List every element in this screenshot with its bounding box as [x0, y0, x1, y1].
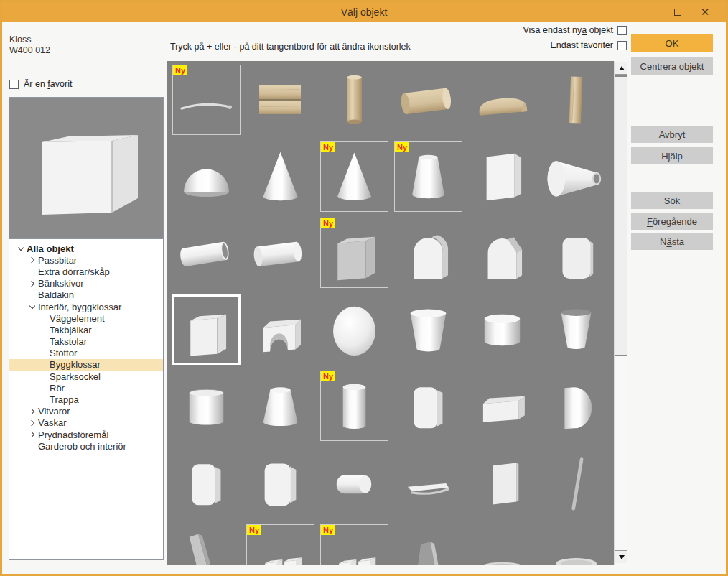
object-thumbnail-rounded-box-tall[interactable] — [394, 371, 462, 441]
object-thumbnail-curved-rod[interactable]: Ny — [172, 65, 241, 135]
frustum-icon — [395, 142, 462, 211]
sok-button[interactable]: Sök — [631, 192, 713, 209]
object-thumbnail-wood-log-vertical[interactable] — [320, 65, 388, 135]
tree-item-trappa[interactable]: Trappa — [9, 394, 163, 405]
tree-item-label: Takstolar — [50, 336, 87, 347]
tree-item-interi-r-byggklossar[interactable]: Interiör, byggklossar — [9, 301, 163, 312]
object-thumbnail-wedge-dark[interactable] — [394, 524, 462, 565]
object-thumbnail-cylinder-horizontal[interactable] — [246, 218, 314, 288]
wood-plank-vertical-icon — [542, 65, 610, 135]
object-thumbnail-rounded-box-tall[interactable] — [172, 447, 241, 518]
object-thumbnail-sphere[interactable] — [320, 294, 388, 365]
object-thumbnail-plank-diagonal[interactable] — [172, 524, 241, 565]
cone-icon — [246, 141, 314, 212]
object-thumbnail-box-pair[interactable]: Ny — [246, 524, 314, 565]
tree-item-st-ttor[interactable]: Stöttor — [9, 348, 163, 359]
chevron-right-icon[interactable] — [27, 282, 38, 286]
object-thumbnail-frustum-wide[interactable] — [246, 371, 314, 441]
tree-item-sparksockel[interactable]: Sparksockel — [9, 371, 163, 382]
close-button[interactable]: ✕ — [694, 2, 716, 22]
tree-item-extra-d-rrar-sk-p[interactable]: Extra dörrar/skåp — [9, 266, 163, 277]
object-thumbnail-panel-thin[interactable] — [468, 447, 536, 518]
is-favorite-option[interactable]: Är en favorit — [9, 79, 72, 89]
object-thumbnail-half-cylinder-block[interactable] — [542, 371, 610, 441]
chevron-right-icon[interactable] — [27, 432, 38, 437]
chevron-right-icon[interactable] — [27, 409, 38, 414]
object-thumbnail-frustum[interactable]: Ny — [394, 141, 462, 212]
tree-item-baldakin[interactable]: Baldakin — [9, 289, 163, 301]
object-thumbnail-rounded-slab[interactable] — [542, 218, 610, 288]
object-thumbnail-capsule-horizontal[interactable] — [320, 447, 388, 518]
object-thumbnail-bridge-arch[interactable] — [246, 294, 314, 365]
tree-item-alla-objekt[interactable]: Alla objekt — [9, 243, 163, 254]
tube-open-icon — [172, 218, 241, 288]
tree-item-r-r[interactable]: Rör — [9, 382, 163, 394]
object-thumbnail-wood-planks[interactable] — [246, 65, 314, 135]
foregaende-button[interactable]: Föregående — [631, 213, 713, 230]
object-thumbnail-box-pair[interactable]: Ny — [320, 524, 388, 565]
object-thumbnail-rounded-box-wide[interactable] — [246, 447, 314, 518]
object-thumbnail-funnel-cone[interactable] — [542, 524, 610, 565]
chevron-right-icon[interactable] — [27, 421, 38, 425]
tree-item-label: Passbitar — [38, 255, 77, 266]
chevron-down-icon[interactable] — [27, 304, 38, 310]
tree-item-vitvaror[interactable]: Vitvaror — [9, 406, 163, 417]
object-thumbnail-inverted-frustum[interactable] — [394, 294, 462, 365]
object-thumbnail-rod-diagonal[interactable] — [542, 447, 610, 518]
is-favorite-checkbox[interactable] — [9, 80, 19, 89]
hjalp-button[interactable]: Hjälp — [631, 147, 713, 164]
object-thumbnail-arch-block-beveled[interactable] — [468, 218, 536, 288]
scroll-down-button[interactable] — [615, 550, 627, 563]
object-thumbnail-cylinder-medium[interactable] — [172, 371, 241, 441]
rod-diagonal-icon — [542, 447, 610, 518]
only-favorites-option[interactable]: Endast favoriter — [550, 40, 627, 50]
sphere-icon — [320, 294, 388, 365]
object-thumbnail-funnel-shallow[interactable] — [468, 524, 536, 565]
scrollbar-thumb[interactable] — [615, 75, 627, 356]
object-thumbnail-cylinder-tall[interactable]: Ny — [320, 371, 388, 441]
only-favorites-checkbox[interactable] — [617, 41, 627, 50]
object-thumbnail-dome[interactable] — [172, 141, 241, 212]
object-thumbnail-cylinder-short[interactable] — [468, 294, 536, 365]
avbryt-button[interactable]: Avbryt — [631, 126, 713, 143]
object-thumbnail-cube-gray[interactable]: Ny — [320, 218, 388, 288]
maximize-button[interactable] — [667, 2, 689, 22]
plank-diagonal-icon — [172, 524, 241, 565]
nasta-button[interactable]: Nästa — [631, 233, 713, 250]
tree-item-takstolar[interactable]: Takstolar — [9, 336, 163, 348]
tree-item-byggklossar[interactable]: Byggklossar — [9, 359, 163, 371]
titlebar[interactable]: Välj objekt ✕ — [2, 2, 726, 22]
object-thumbnail-arch-block[interactable] — [394, 218, 462, 288]
tree-item-label: Väggelement — [50, 313, 105, 324]
object-thumbnail-cone[interactable]: Ny — [320, 141, 388, 212]
object-thumbnail-wood-plank-vertical[interactable] — [542, 65, 610, 135]
scroll-up-button[interactable] — [615, 62, 627, 75]
object-thumbnail-wood-log-horizontal[interactable] — [394, 65, 462, 135]
show-only-new-objects-option[interactable]: Visa endast nya objekt — [523, 25, 627, 35]
centrera-button[interactable]: Centrera objekt — [631, 57, 713, 75]
tree-item-passbitar[interactable]: Passbitar — [9, 254, 163, 266]
object-thumbnail-box-wide[interactable] — [468, 371, 536, 441]
rounded-slab-icon — [542, 218, 610, 288]
ok-button[interactable]: OK — [631, 34, 713, 52]
object-thumbnail-cube[interactable] — [172, 294, 241, 365]
tree-item-vaskar[interactable]: Vaskar — [9, 417, 163, 429]
chevron-down-icon[interactable] — [15, 246, 27, 251]
tree-item-garderob-och-interi-r[interactable]: Garderob och interiör — [9, 440, 163, 452]
show-only-new-objects-checkbox[interactable] — [617, 26, 627, 35]
tree-item-takbj-lkar[interactable]: Takbjälkar — [9, 324, 163, 335]
object-thumbnail-inverted-frustum-narrow[interactable] — [542, 294, 610, 365]
tree-item-b-nkskivor[interactable]: Bänkskivor — [9, 278, 163, 289]
tree-item-v-ggelement[interactable]: Väggelement — [9, 312, 163, 324]
object-thumbnail-slab-flat[interactable] — [394, 447, 462, 518]
object-thumbnail-tube-open[interactable] — [172, 218, 241, 288]
inverted-frustum-narrow-icon — [542, 294, 610, 365]
tree-item-prydnadsf-rem-l[interactable]: Prydnadsföremål — [9, 429, 163, 440]
object-thumbnail-wood-half-log[interactable] — [468, 65, 536, 135]
cone-icon — [321, 142, 388, 211]
object-thumbnail-cone-horizontal[interactable] — [542, 141, 610, 212]
object-thumbnail-flat-box-standing[interactable] — [468, 141, 536, 212]
grid-scrollbar[interactable] — [614, 61, 627, 565]
object-thumbnail-cone[interactable] — [246, 141, 314, 212]
chevron-right-icon[interactable] — [27, 258, 38, 262]
